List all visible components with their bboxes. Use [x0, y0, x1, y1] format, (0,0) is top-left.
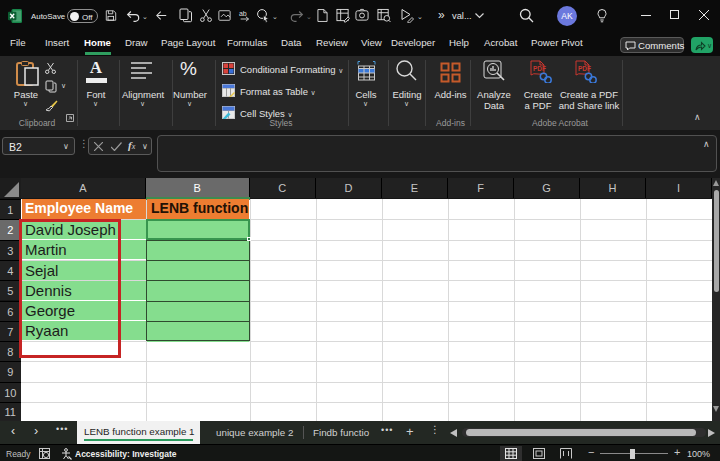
svg-text:ab: ab	[239, 10, 247, 17]
svg-text:PDF: PDF	[578, 65, 591, 72]
svg-text:PDF: PDF	[533, 65, 546, 72]
